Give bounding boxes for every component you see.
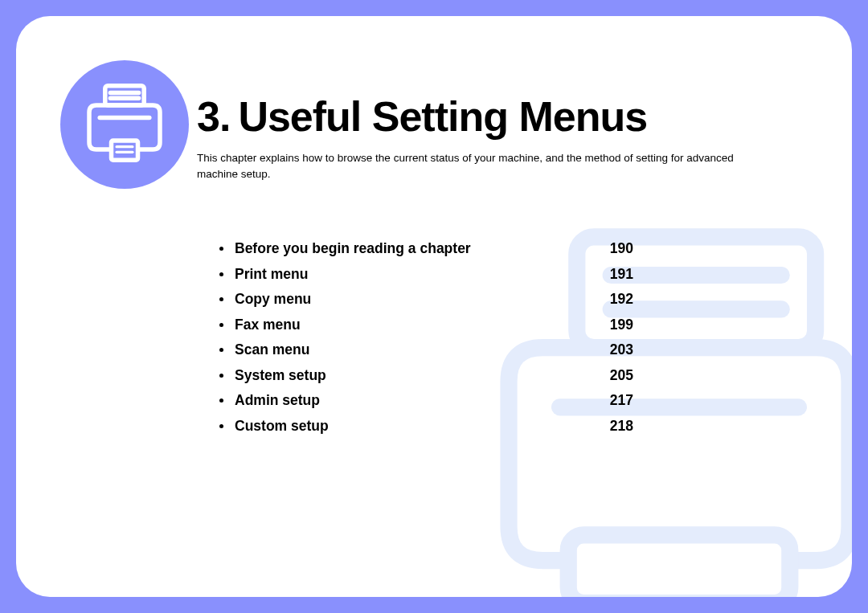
chapter-icon-circle [60, 60, 189, 189]
toc-entry: Admin setup 217 [219, 388, 633, 414]
toc-page: 190 [610, 236, 633, 262]
toc-entry: Before you begin reading a chapter 190 [219, 236, 633, 262]
toc-title: Admin setup [235, 388, 320, 414]
toc-page: 205 [610, 363, 633, 389]
toc-entry: Fax menu 199 [219, 313, 633, 338]
printer-icon [80, 79, 169, 170]
bullet-icon [219, 272, 223, 276]
svg-rect-9 [112, 141, 138, 160]
bullet-icon [219, 247, 223, 251]
toc-title: Custom setup [235, 414, 329, 439]
toc-page: 203 [610, 337, 633, 363]
toc-title: Copy menu [235, 287, 311, 313]
page-card: 3.Useful Setting Menus This chapter expl… [16, 16, 852, 597]
bullet-icon [219, 398, 223, 403]
toc-entry: Custom setup 218 [219, 414, 633, 439]
toc-title: Print menu [235, 262, 308, 288]
toc-page: 191 [610, 262, 633, 288]
toc-entry: Copy menu 192 [219, 287, 633, 313]
toc-page: 199 [610, 313, 633, 338]
svg-rect-4 [568, 535, 790, 597]
bullet-icon [219, 374, 223, 378]
toc-page: 217 [610, 388, 633, 414]
toc-title: Fax menu [235, 313, 301, 338]
bullet-icon [219, 297, 223, 301]
chapter-heading: 3.Useful Setting Menus [197, 92, 796, 141]
chapter-title: Useful Setting Menus [238, 93, 647, 140]
bullet-icon [219, 348, 223, 352]
toc-page: 218 [610, 414, 633, 439]
toc-entry: Scan menu 203 [219, 337, 633, 363]
svg-rect-5 [105, 86, 144, 105]
toc-entry: System setup 205 [219, 363, 633, 389]
chapter-description: This chapter explains how to browse the … [197, 150, 776, 182]
toc-page: 192 [610, 287, 633, 313]
toc-title: Before you begin reading a chapter [235, 236, 471, 262]
toc-entry: Print menu 191 [219, 262, 633, 288]
chapter-number: 3. [197, 93, 230, 140]
table-of-contents: Before you begin reading a chapter 190 P… [219, 236, 633, 439]
toc-title: Scan menu [235, 337, 309, 363]
bullet-icon [219, 424, 223, 428]
bullet-icon [219, 323, 223, 327]
toc-title: System setup [235, 363, 326, 389]
content-area: 3.Useful Setting Menus This chapter expl… [197, 92, 796, 439]
